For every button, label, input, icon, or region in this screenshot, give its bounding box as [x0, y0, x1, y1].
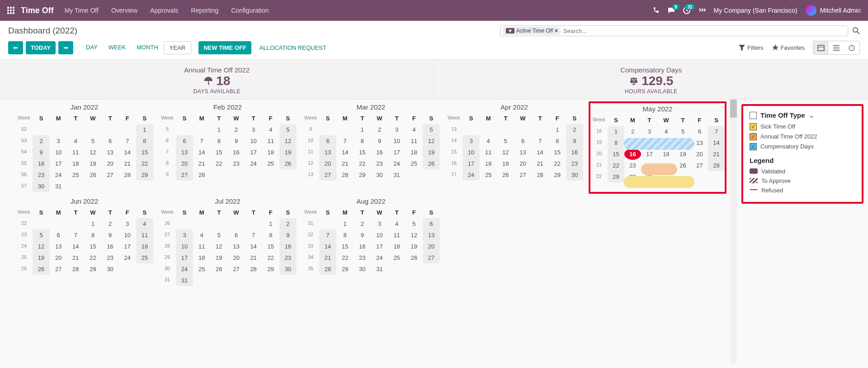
- day-cell[interactable]: 27: [176, 169, 193, 181]
- day-cell[interactable]: 9: [566, 135, 583, 147]
- day-cell[interactable]: 15: [549, 147, 566, 158]
- day-cell[interactable]: 28: [336, 169, 354, 181]
- day-cell[interactable]: 3: [371, 218, 388, 229]
- day-cell[interactable]: 4: [67, 135, 84, 147]
- day-cell[interactable]: 10: [371, 229, 388, 241]
- day-cell[interactable]: 28: [245, 263, 262, 275]
- day-cell[interactable]: 7: [193, 135, 210, 147]
- day-cell[interactable]: 2: [624, 126, 641, 137]
- day-cell[interactable]: 12: [279, 135, 297, 147]
- day-cell[interactable]: 6: [50, 229, 67, 241]
- day-cell[interactable]: 7: [319, 229, 336, 241]
- day-cell[interactable]: 6: [102, 135, 119, 147]
- day-cell[interactable]: 22: [608, 160, 624, 171]
- day-cell[interactable]: 9: [354, 229, 371, 241]
- day-cell[interactable]: 24: [462, 169, 480, 181]
- day-cell[interactable]: 3: [462, 135, 480, 147]
- day-cell[interactable]: 13: [423, 229, 440, 241]
- day-cell[interactable]: 2: [371, 124, 388, 135]
- day-cell[interactable]: 13: [102, 147, 119, 158]
- day-cell[interactable]: 10: [388, 135, 406, 147]
- day-cell[interactable]: 8: [336, 229, 354, 241]
- apps-icon[interactable]: [7, 7, 14, 14]
- day-cell[interactable]: 19: [279, 147, 297, 158]
- day-cell[interactable]: 10: [462, 147, 480, 158]
- type-group-header[interactable]: Time Off Type ⌄: [750, 111, 855, 119]
- day-cell[interactable]: 2: [102, 218, 119, 229]
- day-cell[interactable]: 17: [641, 148, 658, 160]
- day-cell[interactable]: 22: [84, 252, 101, 263]
- activities-icon[interactable]: 32: [683, 7, 690, 14]
- day-cell[interactable]: 31: [50, 181, 67, 192]
- day-cell[interactable]: 21: [336, 158, 354, 169]
- day-cell[interactable]: 13: [50, 241, 67, 252]
- close-icon[interactable]: ×: [555, 28, 558, 34]
- allocation-request-button[interactable]: ALLOCATION REQUEST: [254, 42, 332, 54]
- day-cell[interactable]: 1: [262, 218, 279, 229]
- day-cell[interactable]: 13: [514, 147, 531, 158]
- new-time-off-button[interactable]: NEW TIME OFF: [198, 41, 251, 54]
- day-cell[interactable]: 17: [462, 158, 480, 169]
- day-cell[interactable]: 17: [245, 147, 262, 158]
- today-button[interactable]: TODAY: [26, 41, 56, 54]
- prev-button[interactable]: 🠨: [8, 41, 23, 54]
- day-cell[interactable]: 19: [84, 158, 101, 169]
- day-cell[interactable]: 14: [319, 241, 336, 252]
- day-cell[interactable]: 23: [371, 158, 388, 169]
- day-cell[interactable]: 28: [532, 169, 549, 181]
- type-filter-item[interactable]: ✓Sick Time Off: [750, 123, 855, 130]
- day-cell[interactable]: 23: [624, 160, 641, 171]
- stat-card[interactable]: Annual Time Off 202218DAYS AVAILABLE: [0, 60, 434, 99]
- scrollbar[interactable]: [730, 100, 737, 364]
- day-cell[interactable]: 1: [608, 126, 624, 137]
- day-cell[interactable]: 18: [388, 241, 406, 252]
- day-cell[interactable]: 30: [371, 169, 388, 181]
- day-cell[interactable]: 12: [406, 229, 423, 241]
- day-cell[interactable]: 26: [279, 158, 297, 169]
- day-cell[interactable]: 19: [33, 252, 50, 263]
- day-cell[interactable]: 11: [406, 135, 423, 147]
- day-cell[interactable]: 4: [406, 124, 423, 135]
- day-cell[interactable]: 15: [262, 241, 279, 252]
- day-cell[interactable]: 12: [33, 241, 50, 252]
- day-cell[interactable]: 5: [423, 124, 440, 135]
- day-cell[interactable]: 31: [371, 263, 388, 275]
- day-cell[interactable]: 1: [136, 124, 153, 135]
- day-cell[interactable]: 17: [50, 158, 67, 169]
- day-cell[interactable]: 21: [708, 148, 725, 160]
- day-cell[interactable]: 16: [566, 147, 583, 158]
- day-cell[interactable]: 3: [50, 135, 67, 147]
- day-cell[interactable]: 9: [33, 147, 50, 158]
- activity-view-button[interactable]: [844, 41, 859, 54]
- day-cell[interactable]: 3: [119, 218, 136, 229]
- day-cell[interactable]: 10: [245, 135, 262, 147]
- day-cell[interactable]: 5: [279, 124, 297, 135]
- day-cell[interactable]: 21: [319, 252, 336, 263]
- nav-item-overview[interactable]: Overview: [111, 7, 137, 14]
- day-cell[interactable]: 27: [50, 263, 67, 275]
- day-cell[interactable]: 9: [102, 229, 119, 241]
- day-cell[interactable]: 4: [193, 229, 210, 241]
- day-cell[interactable]: 18: [136, 241, 153, 252]
- day-cell[interactable]: 28: [67, 263, 84, 275]
- day-cell[interactable]: 30: [354, 263, 371, 275]
- day-cell[interactable]: 23: [566, 158, 583, 169]
- day-cell[interactable]: 7: [336, 135, 354, 147]
- day-cell[interactable]: 15: [210, 147, 227, 158]
- day-cell[interactable]: 10: [119, 229, 136, 241]
- day-cell[interactable]: 26: [210, 263, 227, 275]
- day-cell[interactable]: 15: [136, 147, 153, 158]
- day-cell[interactable]: 12: [210, 241, 227, 252]
- day-cell[interactable]: 19: [406, 241, 423, 252]
- day-cell[interactable]: 16: [371, 147, 388, 158]
- day-cell[interactable]: 6: [691, 126, 708, 137]
- day-cell[interactable]: 20: [102, 158, 119, 169]
- day-cell[interactable]: 4: [262, 124, 279, 135]
- day-cell[interactable]: 13: [319, 147, 336, 158]
- day-cell[interactable]: 20: [50, 252, 67, 263]
- day-cell[interactable]: 24: [176, 263, 193, 275]
- checkbox-icon[interactable]: ✓: [750, 133, 757, 140]
- day-cell[interactable]: 19: [423, 147, 440, 158]
- day-cell[interactable]: 27: [514, 169, 531, 181]
- day-cell[interactable]: 27: [319, 169, 336, 181]
